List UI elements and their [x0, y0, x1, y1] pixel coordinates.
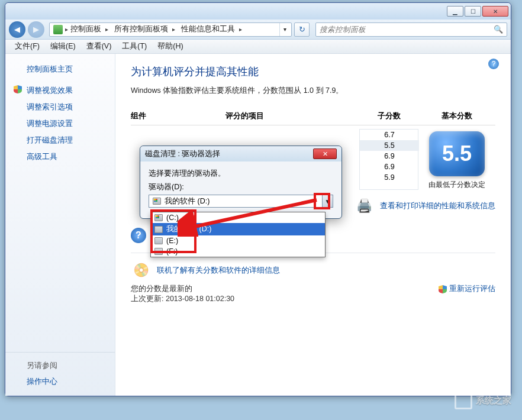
drive-dropdown-list: (C:) 我的软件 (D:) (E:) (F:)	[150, 212, 326, 257]
page-description: Windows 体验指数评估主要系统组件，分数范围从 1.0 到 7.9。	[131, 86, 495, 96]
breadcrumb-control-panel[interactable]: 控制面板	[68, 23, 112, 36]
minimize-button[interactable]	[447, 6, 463, 17]
sidebar-disk-cleanup[interactable]: 打开磁盘清理	[5, 132, 115, 148]
watermark-text: 系统之家	[476, 395, 511, 406]
sidebar-home[interactable]: 控制面板主页	[5, 61, 115, 77]
nav-forward-button[interactable]: ▶	[28, 21, 44, 38]
breadcrumb-performance[interactable]: 性能信息和工具	[179, 23, 246, 36]
base-score-note: 由最低子分数决定	[428, 180, 485, 190]
sidebar-see-also: 另请参阅 操作中心	[5, 352, 115, 396]
drive-icon	[153, 198, 161, 205]
maximize-button[interactable]	[465, 6, 481, 17]
status-block: 您的分数是最新的 上次更新: 2013-08-18 01:02:30 重新运行评…	[131, 284, 495, 304]
printer-icon: 🖨️	[354, 198, 374, 214]
shield-icon	[14, 85, 22, 93]
link-learn-online[interactable]: 📀 联机了解有关分数和软件的详细信息	[131, 263, 495, 278]
shield-icon	[439, 285, 447, 293]
cd-box-icon: 📀	[131, 263, 151, 278]
drive-option-e[interactable]: (E:)	[151, 235, 325, 246]
sidebar-visual-effects[interactable]: 调整视觉效果	[5, 82, 115, 99]
drive-icon	[154, 214, 163, 221]
nav-toolbar: ◀ ▶ ▸ 控制面板 所有控制面板项 性能信息和工具 ▾ ↻ 🔍	[5, 20, 511, 40]
drive-option-f[interactable]: (F:)	[151, 246, 325, 257]
link-rerun-assessment[interactable]: 重新运行评估	[439, 284, 495, 294]
search-icon: 🔍	[494, 25, 503, 34]
sidebar-action-center[interactable]: 操作中心	[5, 373, 115, 390]
page-title: 为计算机评分并提高其性能	[131, 64, 495, 79]
score-table-header: 组件 评分的项目 子分数 基本分数	[131, 111, 495, 125]
window-close-button[interactable]	[482, 6, 508, 17]
drive-selected-value: 我的软件 (D:)	[149, 195, 322, 207]
watermark-logo-icon	[455, 392, 472, 409]
link-label: 联机了解有关分数和软件的详细信息	[157, 266, 280, 276]
dialog-close-button[interactable]: ✕	[313, 148, 337, 159]
location-icon	[53, 25, 63, 34]
subscore-value-lowest: 5.5	[360, 140, 419, 151]
disk-cleanup-dialog: 磁盘清理 : 驱动器选择 ✕ 选择要清理的驱动器。 驱动器(D): 我的软件 (…	[140, 146, 342, 219]
link-label: 查看和打印详细的性能和系统信息	[380, 201, 495, 211]
window-titlebar	[5, 3, 511, 20]
col-base-score: 基本分数	[418, 111, 495, 121]
drive-icon	[154, 248, 163, 255]
subscore-value: 6.7	[360, 130, 419, 140]
col-rated-item: 评分的项目	[225, 111, 359, 121]
drive-option-d[interactable]: 我的软件 (D:)	[151, 223, 325, 235]
watermark: 系统之家	[455, 392, 511, 409]
see-also-label: 另请参阅	[5, 358, 115, 373]
drive-field-label: 驱动器(D):	[149, 182, 333, 192]
combobox-dropdown-button[interactable]: ▼	[322, 195, 333, 207]
subscore-value: 6.9	[360, 161, 419, 172]
drive-option-c[interactable]: (C:)	[151, 212, 325, 223]
dialog-titlebar[interactable]: 磁盘清理 : 驱动器选择 ✕	[140, 146, 341, 161]
drive-combobox[interactable]: 我的软件 (D:) ▼	[149, 195, 333, 208]
link-label: 重新运行评估	[449, 284, 495, 294]
subscore-value: 5.9	[360, 172, 419, 183]
status-last-updated: 上次更新: 2013-08-18 01:02:30	[131, 294, 439, 304]
subscore-value: 6.9	[360, 151, 419, 161]
col-subscore: 子分数	[359, 111, 418, 121]
col-component: 组件	[131, 111, 225, 121]
info-icon: ?	[131, 228, 146, 243]
menu-view[interactable]: 查看(V)	[82, 40, 117, 53]
drive-icon	[154, 226, 163, 233]
sidebar-item-label: 调整视觉效果	[27, 86, 73, 95]
breadcrumb-all-items[interactable]: 所有控制面板项	[112, 23, 179, 36]
drive-icon	[154, 237, 163, 244]
search-box[interactable]: 🔍	[315, 22, 507, 37]
sidebar-indexing[interactable]: 调整索引选项	[5, 99, 115, 115]
base-score-box: 5.5 由最低子分数决定	[418, 129, 495, 190]
menu-bar: 文件(F) 编辑(E) 查看(V) 工具(T) 帮助(H)	[5, 40, 511, 54]
search-input[interactable]	[320, 25, 494, 34]
menu-edit[interactable]: 编辑(E)	[46, 40, 80, 53]
nav-back-button[interactable]: ◀	[9, 21, 25, 38]
menu-tools[interactable]: 工具(T)	[117, 40, 152, 53]
sidebar: 控制面板主页 调整视觉效果 调整索引选项 调整电源设置 打开磁盘清理 高级工具 …	[5, 54, 115, 396]
menu-file[interactable]: 文件(F)	[10, 40, 44, 53]
dialog-title-text: 磁盘清理 : 驱动器选择	[145, 149, 220, 159]
base-score-badge: 5.5	[429, 131, 485, 176]
status-freshness: 您的分数是最新的	[131, 284, 439, 294]
sidebar-power[interactable]: 调整电源设置	[5, 115, 115, 132]
dialog-prompt: 选择要清理的驱动器。	[149, 169, 333, 179]
breadcrumb-dropdown[interactable]: ▾	[279, 23, 290, 36]
subscore-column: 6.7 5.5 6.9 6.9 5.9	[359, 129, 418, 190]
breadcrumb[interactable]: ▸ 控制面板 所有控制面板项 性能信息和工具 ▾	[49, 22, 292, 37]
sidebar-advanced-tools[interactable]: 高级工具	[5, 148, 115, 165]
refresh-button[interactable]: ↻	[294, 22, 310, 37]
dialog-body: 选择要清理的驱动器。 驱动器(D): 我的软件 (D:) ▼	[140, 161, 341, 218]
menu-help[interactable]: 帮助(H)	[153, 40, 188, 53]
